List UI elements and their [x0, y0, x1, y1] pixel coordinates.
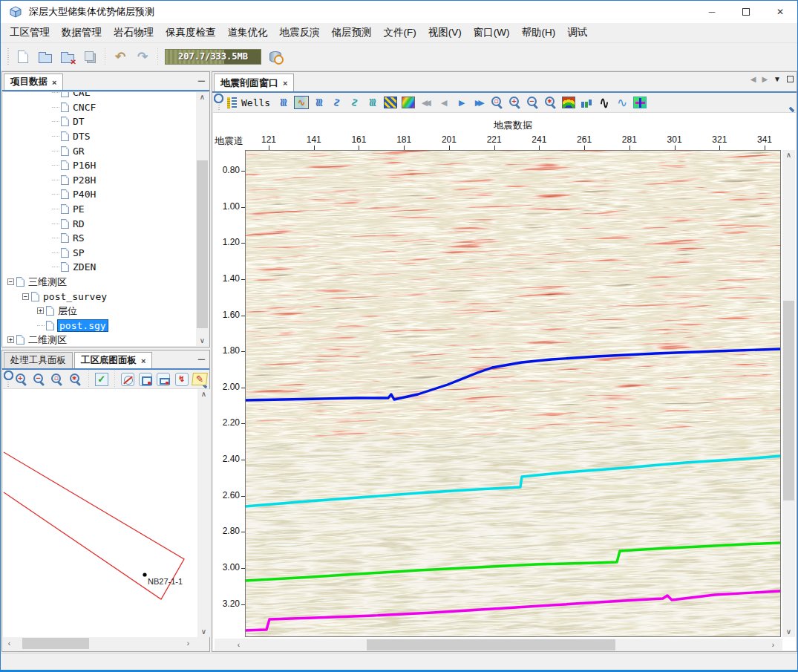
- tree-item-ZDEN[interactable]: ZDEN: [3, 260, 196, 275]
- tree-item-层位[interactable]: +层位: [3, 304, 196, 319]
- fault-polyline-button[interactable]: ↯: [173, 371, 189, 388]
- save-all-button[interactable]: [79, 47, 100, 68]
- zoom-out-button[interactable]: [524, 94, 542, 111]
- scroll-right-icon[interactable]: ›: [182, 637, 194, 650]
- scroll-down-icon[interactable]: ∨: [196, 337, 209, 345]
- tree-item-P16H[interactable]: P16H: [3, 158, 196, 173]
- zoom-window-button[interactable]: [49, 371, 65, 388]
- colormap-button[interactable]: [560, 94, 578, 111]
- maximize-view-icon[interactable]: [787, 76, 794, 82]
- menu-item-帮助(H)[interactable]: 帮助(H): [515, 23, 561, 42]
- tab-scroll-right-icon[interactable]: ▶: [762, 75, 768, 83]
- open-project-button[interactable]: [35, 47, 56, 68]
- database-button[interactable]: [265, 47, 286, 68]
- seismic-hscrollbar[interactable]: ‹ ›: [215, 639, 782, 651]
- zoom-in-button[interactable]: [506, 94, 524, 111]
- menu-item-地震反演[interactable]: 地震反演: [274, 23, 326, 42]
- scrollbar-thumb[interactable]: [22, 638, 89, 649]
- close-icon[interactable]: ×: [141, 356, 145, 365]
- tree-item-CAL[interactable]: CAL: [3, 91, 196, 100]
- minimize-panel-icon[interactable]: ─: [198, 353, 205, 365]
- undo-button[interactable]: ↶: [110, 47, 131, 68]
- menu-item-视图(V)[interactable]: 视图(V): [422, 23, 468, 42]
- well-display-button[interactable]: [119, 371, 135, 388]
- menu-item-数据管理[interactable]: 数据管理: [56, 23, 108, 42]
- menu-item-储层预测[interactable]: 储层预测: [326, 23, 378, 42]
- close-button[interactable]: ✕: [763, 1, 797, 23]
- basemap-hscrollbar[interactable]: ‹ ›: [3, 637, 194, 650]
- seismic-image[interactable]: [245, 150, 781, 637]
- scroll-left-icon[interactable]: ‹: [3, 637, 16, 650]
- menu-item-调试[interactable]: 调试: [561, 23, 593, 42]
- scroll-down-icon[interactable]: ∨: [197, 628, 210, 636]
- collapse-icon[interactable]: −: [7, 278, 14, 285]
- tab-project-data[interactable]: 项目数据 ×: [4, 74, 63, 90]
- tree-item-P40H[interactable]: P40H: [3, 187, 196, 202]
- menu-item-岩石物理[interactable]: 岩石物理: [108, 23, 160, 42]
- palette-button[interactable]: [399, 94, 417, 111]
- tree-item-CNCF[interactable]: CNCF: [3, 100, 196, 115]
- well-marker[interactable]: [143, 572, 146, 576]
- multi-wiggle-button[interactable]: ≋: [364, 94, 382, 111]
- minimize-panel-icon[interactable]: ─: [198, 75, 205, 86]
- close-icon[interactable]: ×: [283, 79, 287, 88]
- tree-item-三维测区[interactable]: −三维测区: [3, 275, 196, 290]
- rect-zoom-button[interactable]: [137, 371, 154, 388]
- menu-item-工区管理[interactable]: 工区管理: [4, 23, 56, 42]
- visibility-toggle-button[interactable]: ✓: [94, 371, 110, 388]
- collapse-icon[interactable]: −: [22, 293, 29, 300]
- flatten-button[interactable]: [155, 371, 171, 388]
- tree-item-RD[interactable]: RD: [3, 216, 196, 231]
- tab-scroll-left-icon[interactable]: ◀: [750, 75, 756, 83]
- variable-area-button[interactable]: ≋: [310, 94, 328, 111]
- basemap-vscrollbar[interactable]: ∧ ∨: [197, 389, 210, 637]
- tree-item-P28H[interactable]: P28H: [3, 173, 196, 188]
- tab-processing-tools[interactable]: 处理工具面板: [4, 352, 73, 368]
- next-section-button[interactable]: ▶: [453, 94, 471, 111]
- tree-item-SP[interactable]: SP: [3, 246, 196, 261]
- scroll-up-icon[interactable]: ∧: [197, 391, 210, 398]
- last-section-button[interactable]: ▶▶: [471, 94, 488, 111]
- zoom-out-button[interactable]: [31, 371, 48, 388]
- prev-section-button[interactable]: ◀: [435, 94, 453, 111]
- scrollbar-thumb[interactable]: [197, 160, 208, 328]
- expand-icon[interactable]: +: [37, 307, 44, 314]
- tree-item-DT[interactable]: DT: [3, 114, 196, 129]
- zoom-fit-button[interactable]: [542, 94, 560, 111]
- expand-icon[interactable]: +: [7, 336, 14, 343]
- tree-scrollbar[interactable]: ∧ ∨: [196, 92, 209, 346]
- redo-button[interactable]: ↷: [132, 47, 153, 68]
- basemap-view[interactable]: NB27-1-1: [3, 389, 197, 637]
- zoom-window-button[interactable]: [488, 94, 506, 111]
- tab-basemap[interactable]: 工区底图面板 ×: [74, 352, 152, 368]
- menu-item-保真度检查[interactable]: 保真度检查: [160, 23, 222, 42]
- new-project-button[interactable]: [13, 47, 33, 68]
- close-project-button[interactable]: [57, 47, 78, 68]
- scroll-left-icon[interactable]: ‹: [232, 639, 245, 651]
- tab-seismic-section[interactable]: 地震剖面窗口 ×: [214, 74, 294, 91]
- tree-item-DTS[interactable]: DTS: [3, 129, 196, 144]
- minimize-button[interactable]: ─: [695, 1, 729, 23]
- sine-wave-button[interactable]: ∿: [613, 94, 631, 111]
- tree-item-RS[interactable]: RS: [3, 231, 196, 246]
- wiggle-trace-button[interactable]: ≋: [275, 94, 292, 111]
- scrollbar-thumb[interactable]: [367, 639, 615, 650]
- tree-item-二维测区[interactable]: +二维测区: [3, 333, 196, 346]
- seismic-vscrollbar[interactable]: ∧ ∨: [782, 150, 795, 637]
- tab-list-dropdown-icon[interactable]: ▼: [774, 75, 781, 83]
- density-wiggle-button[interactable]: ∿: [292, 94, 310, 111]
- annotation-button[interactable]: ✎: [192, 371, 208, 388]
- close-icon[interactable]: ×: [52, 78, 56, 87]
- first-section-button[interactable]: ◀◀: [417, 94, 435, 111]
- maximize-button[interactable]: [729, 1, 763, 23]
- menu-item-道集优化[interactable]: 道集优化: [222, 23, 274, 42]
- pattern-fill-button[interactable]: [382, 94, 399, 111]
- tree-item-PE[interactable]: PE: [3, 202, 196, 217]
- menu-item-窗口(W)[interactable]: 窗口(W): [468, 23, 516, 42]
- s-curve-button[interactable]: ∿: [328, 94, 346, 111]
- tree-item-post.sgy[interactable]: post.sgy: [3, 319, 196, 333]
- tree-item-post_survey[interactable]: −post_survey: [3, 289, 196, 304]
- zoom-in-button[interactable]: [13, 371, 30, 388]
- scroll-up-icon[interactable]: ∧: [196, 94, 209, 101]
- scroll-up-icon[interactable]: ∧: [782, 151, 795, 159]
